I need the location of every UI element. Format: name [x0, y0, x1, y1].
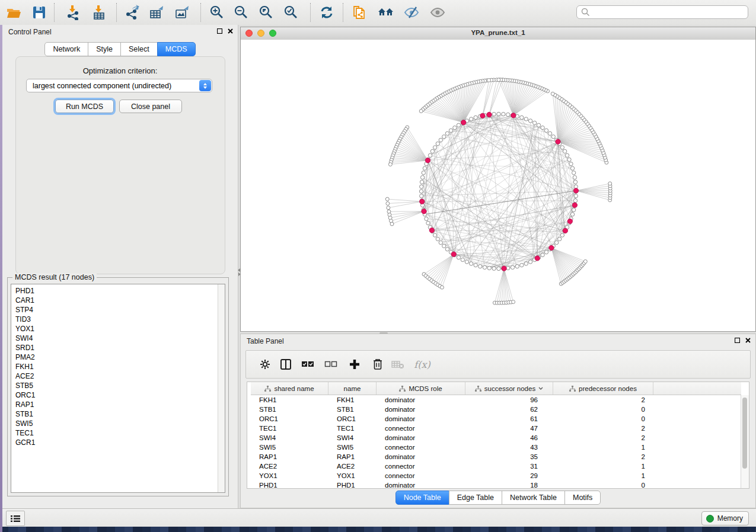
add-column-button[interactable]: [346, 355, 363, 373]
zoom-out-button[interactable]: [232, 4, 251, 21]
zoom-selected-button[interactable]: [282, 4, 301, 21]
zoom-in-button[interactable]: [208, 4, 227, 21]
cell-name[interactable]: SWI4: [328, 434, 377, 443]
search-input[interactable]: [593, 8, 748, 17]
cell-successor-nodes[interactable]: 29: [465, 472, 553, 481]
column-header-successor-nodes[interactable]: successor nodes: [465, 382, 553, 395]
mcds-result-item[interactable]: STP4: [11, 305, 218, 315]
mcds-result-item[interactable]: ORC1: [11, 390, 218, 400]
table-row[interactable]: YOX1YOX1connector291: [251, 472, 741, 481]
memory-button[interactable]: Memory: [701, 511, 749, 525]
table-row[interactable]: SWI4SWI4dominator462: [251, 434, 741, 443]
tab-network[interactable]: Network: [44, 42, 88, 56]
table-row[interactable]: STB1STB1dominator620: [251, 405, 741, 415]
duplicate-network-button[interactable]: [350, 4, 369, 21]
tab-edge-table[interactable]: Edge Table: [449, 491, 502, 505]
cell-shared-name[interactable]: TEC1: [251, 424, 328, 434]
table-row[interactable]: PHD1PHD1dominator180: [251, 481, 741, 488]
export-network-button[interactable]: [123, 4, 142, 21]
run-mcds-button[interactable]: Run MCDS: [55, 100, 114, 113]
cell-predecessor-nodes[interactable]: 0: [553, 415, 653, 424]
cell-shared-name[interactable]: FKH1: [251, 396, 328, 405]
network-graph[interactable]: [241, 40, 755, 331]
select-all-button[interactable]: [299, 355, 317, 373]
export-table-button[interactable]: [147, 4, 166, 21]
cell-shared-name[interactable]: SWI4: [251, 434, 328, 443]
import-network-button[interactable]: [63, 4, 82, 21]
cell-successor-nodes[interactable]: 62: [465, 405, 553, 415]
table-scrollbar-thumb[interactable]: [742, 398, 747, 469]
network-window-titlebar[interactable]: YPA_prune.txt_1: [241, 27, 755, 40]
cell-successor-nodes[interactable]: 61: [465, 415, 553, 424]
table-row[interactable]: ORC1ORC1dominator610: [251, 415, 741, 424]
tab-motifs[interactable]: Motifs: [564, 491, 601, 505]
open-session-button[interactable]: [4, 4, 23, 21]
tab-network-table[interactable]: Network Table: [502, 491, 565, 505]
cell-mcds-role[interactable]: dominator: [377, 415, 465, 424]
cell-successor-nodes[interactable]: 35: [465, 453, 553, 462]
mcds-result-item[interactable]: PMA2: [11, 352, 218, 362]
cell-mcds-role[interactable]: connector: [377, 424, 465, 434]
delete-column-button[interactable]: [369, 355, 387, 373]
cell-name[interactable]: ACE2: [328, 462, 377, 472]
column-header-name[interactable]: name: [328, 382, 377, 395]
column-header-mcds-role[interactable]: MCDS role: [377, 382, 465, 395]
first-neighbors-button[interactable]: [377, 4, 395, 21]
mcds-result-list[interactable]: PHD1CAR1STP4TID3YOX1SWI4SRD1PMA2FKH1ACE2…: [11, 284, 225, 493]
cell-successor-nodes[interactable]: 18: [465, 481, 553, 488]
float-panel-icon[interactable]: [735, 338, 740, 343]
cell-mcds-role[interactable]: connector: [377, 462, 465, 472]
delete-table-button[interactable]: [389, 355, 407, 373]
cell-successor-nodes[interactable]: 31: [465, 462, 553, 472]
cell-predecessor-nodes[interactable]: 2: [553, 424, 653, 434]
cell-mcds-role[interactable]: dominator: [377, 396, 465, 405]
deselect-all-button[interactable]: [322, 355, 340, 373]
cell-predecessor-nodes[interactable]: 1: [553, 443, 653, 453]
optimization-criterion-select[interactable]: largest connected component (undirected): [26, 79, 212, 92]
function-builder-button[interactable]: f(x): [410, 355, 434, 373]
mcds-result-item[interactable]: GCR1: [11, 438, 218, 447]
cell-mcds-role[interactable]: dominator: [377, 405, 465, 415]
show-all-button[interactable]: [428, 4, 447, 21]
cell-mcds-role[interactable]: connector: [377, 443, 465, 453]
chevron-down-icon[interactable]: [538, 387, 543, 390]
cell-mcds-role[interactable]: connector: [377, 472, 465, 481]
mcds-result-item[interactable]: TID3: [11, 315, 218, 324]
cell-predecessor-nodes[interactable]: 1: [553, 472, 653, 481]
cell-shared-name[interactable]: YOX1: [251, 472, 328, 481]
settings-gear-button[interactable]: [256, 355, 274, 373]
cell-shared-name[interactable]: ACE2: [251, 462, 328, 472]
tab-select[interactable]: Select: [120, 42, 158, 56]
table-row[interactable]: ACE2ACE2connector311: [251, 462, 741, 472]
cell-name[interactable]: TEC1: [328, 424, 377, 434]
show-columns-button[interactable]: [277, 355, 295, 373]
cell-predecessor-nodes[interactable]: 0: [553, 405, 653, 415]
tab-mcds[interactable]: MCDS: [157, 42, 196, 56]
mcds-result-item[interactable]: ACE2: [11, 371, 218, 381]
table-row[interactable]: FKH1FKH1dominator962: [251, 396, 741, 405]
mcds-result-item[interactable]: FKH1: [11, 362, 218, 371]
table-row[interactable]: TEC1TEC1connector472: [251, 424, 741, 434]
close-panel-icon[interactable]: [228, 28, 233, 34]
mcds-result-item[interactable]: SWI5: [11, 419, 218, 428]
save-session-button[interactable]: [30, 4, 49, 21]
cell-predecessor-nodes[interactable]: 2: [553, 396, 653, 405]
network-canvas[interactable]: [241, 40, 755, 331]
cell-predecessor-nodes[interactable]: 2: [553, 434, 653, 443]
cell-predecessor-nodes[interactable]: 2: [553, 453, 653, 462]
cell-successor-nodes[interactable]: 47: [465, 424, 553, 434]
mcds-result-item[interactable]: TEC1: [11, 428, 218, 438]
mcds-result-item[interactable]: STB5: [11, 381, 218, 390]
zoom-fit-button[interactable]: [257, 4, 276, 21]
cell-name[interactable]: SWI5: [328, 443, 377, 453]
column-header-predecessor-nodes[interactable]: predecessor nodes: [553, 382, 653, 395]
mcds-result-item[interactable]: SWI4: [11, 334, 218, 343]
cell-name[interactable]: RAP1: [328, 453, 377, 462]
mcds-result-item[interactable]: YOX1: [11, 324, 218, 334]
cell-shared-name[interactable]: STB1: [251, 405, 328, 415]
import-table-button[interactable]: [90, 4, 109, 21]
cell-name[interactable]: FKH1: [328, 396, 377, 405]
tab-node-table[interactable]: Node Table: [395, 491, 449, 505]
close-panel-button[interactable]: Close panel: [119, 100, 182, 113]
close-panel-icon[interactable]: [745, 338, 751, 343]
